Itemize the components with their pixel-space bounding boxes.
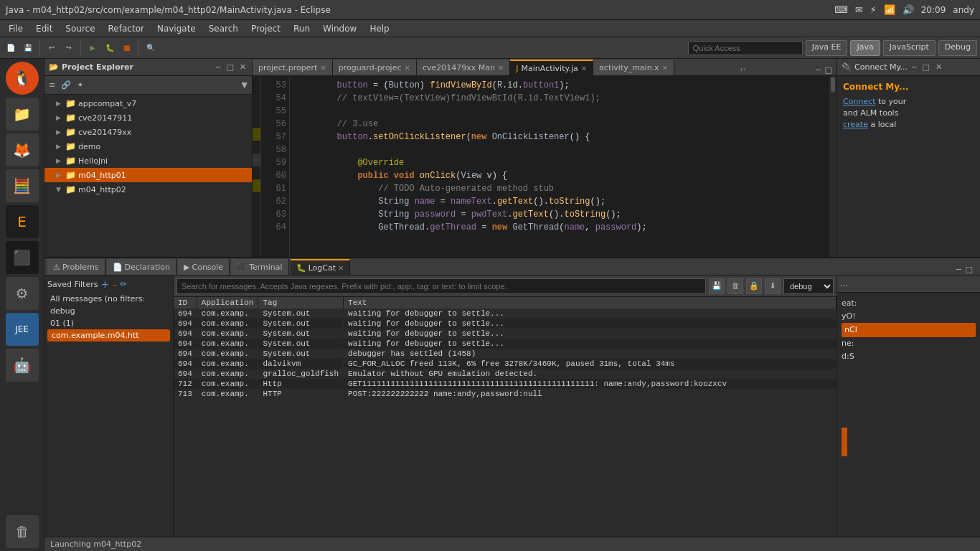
folder-icon: 📁 [65,98,76,108]
minimize-editor-btn[interactable]: ─ [814,65,822,75]
perspective-debug-btn[interactable]: Debug [938,40,977,56]
terminal-btn[interactable]: ⬛ [6,241,39,274]
menu-item-file[interactable]: File [3,22,29,35]
editor-main: project.propert ✕ proguard-projec ✕ cve2… [253,59,837,257]
tab-close-btn[interactable]: ✕ [581,65,587,72]
cell-app: com.examp. [197,339,258,349]
new-item-btn[interactable]: ✦ [75,80,85,90]
tab-cve-man[interactable]: cve201479xx Man ✕ [417,60,510,75]
filter-com-example[interactable]: com.example.m04.htt [47,329,170,342]
perspective-java-btn[interactable]: Java [850,40,880,56]
add-filter-btn[interactable]: + [100,278,109,290]
toolbar-run-btn[interactable]: ▶ [85,40,100,56]
tab-proguard[interactable]: proguard-projec ✕ [333,60,417,75]
ide-btn[interactable]: JEE [6,313,39,346]
menu-item-source[interactable]: Source [60,22,100,35]
calc-btn[interactable]: 🧮 [6,169,39,202]
toolbar-search-btn[interactable]: 🔍 [143,40,159,56]
eclipse-btn[interactable]: E [6,205,39,238]
tab-logcat[interactable]: 🐛 LogCat ✕ [291,259,351,275]
perspective-java-ee-btn[interactable]: Java EE [806,40,848,56]
right-panel-maximize[interactable]: □ [921,62,931,72]
explorer-content: ▶ 📁 appcompat_v7 ▶ 📁 cve20147911 ▶ 📁 cve… [44,95,252,257]
toolbar-save-btn[interactable]: 💾 [20,40,36,56]
menu-item-navigate[interactable]: Navigate [151,22,202,35]
menu-item-project[interactable]: Project [245,22,286,35]
logcat-close-btn[interactable]: ✕ [338,264,344,272]
remove-filter-btn[interactable]: – [112,278,117,290]
filter-all-messages[interactable]: All messages (no filters: [47,293,170,305]
log-level-select[interactable]: verbose debug debug info warn error [783,278,834,294]
mini-scrollbar-thumb[interactable] [842,428,847,456]
view-menu-btn[interactable]: ▼ [240,80,249,90]
scroll-end-btn[interactable]: ⬇ [765,278,781,294]
menu-item-window[interactable]: Window [317,22,362,35]
perspective-javascript-btn[interactable]: JavaScript [883,40,936,56]
code-content[interactable]: button = (Button) findViewById(R.id.butt… [290,76,829,257]
tab-console[interactable]: ▶ Console [178,259,230,275]
tree-item-hellojni[interactable]: ▶ 📁 HelloJni [44,154,252,168]
table-row: 694 com.examp. System.out waiting for de… [174,319,837,329]
toolbar-redo-btn[interactable]: ↪ [61,40,77,56]
filter-01[interactable]: 01 (1) [47,317,170,329]
menu-item-help[interactable]: Help [364,22,395,35]
tree-item-m04http01[interactable]: ▶ 📁 m04_http01 [44,168,252,182]
tab-problems[interactable]: ⚠ Problems [47,259,105,275]
bottom-panel-minimize[interactable]: ─ [955,264,963,275]
tab-close-btn[interactable]: ✕ [320,64,326,72]
toolbar-new-btn[interactable]: 📄 [3,40,19,56]
tree-item-cve7911[interactable]: ▶ 📁 cve20147911 [44,110,252,125]
tab-terminal[interactable]: ⬛ Terminal [231,259,289,275]
scroll-lock-btn[interactable]: 🔒 [746,278,762,294]
toolbar-debug-btn[interactable]: 🐛 [102,40,118,56]
save-log-btn[interactable]: 💾 [709,278,725,294]
editor-scrollbar[interactable] [829,76,837,257]
trash-btn[interactable]: 🗑 [6,515,39,548]
filter-debug[interactable]: debug [47,305,170,317]
tab-declaration[interactable]: 📄 Declaration [107,259,176,275]
create-link[interactable]: create [843,120,868,129]
right-panel-minimize[interactable]: ─ [910,62,918,72]
tree-item-appcompat[interactable]: ▶ 📁 appcompat_v7 [44,96,252,110]
code-line-62: String name = nameText.getText().toStrin… [296,195,824,208]
tab-mainactivity[interactable]: J MainActivity.ja ✕ [510,60,593,75]
edit-filter-btn[interactable]: ✏ [120,279,127,289]
project-explorer-minimize[interactable]: ─ [215,62,222,72]
right-panel-close[interactable]: ✕ [934,62,943,72]
maximize-editor-btn[interactable]: □ [824,65,834,75]
logcat-search-input[interactable] [176,278,706,294]
project-explorer-maximize[interactable]: □ [225,62,235,72]
tab-project-propert[interactable]: project.propert ✕ [253,60,333,75]
collapse-all-btn[interactable]: ≡ [47,80,57,90]
menu-item-edit[interactable]: Edit [30,22,58,35]
tab-close-btn[interactable]: ✕ [662,64,668,72]
tab-activity-main[interactable]: activity_main.x ✕ [593,60,674,75]
tab-close-btn[interactable]: ✕ [498,64,504,72]
clear-log-btn[interactable]: 🗑 [727,278,743,294]
menu-item-run[interactable]: Run [288,22,316,35]
android-btn[interactable]: 🤖 [6,349,39,382]
logcat-filters: Saved Filters + – ✏ All messages (no fil… [44,276,174,537]
tree-item-m04http02[interactable]: ▼ 📁 m04_http02 [44,182,252,197]
connect-link[interactable]: Connect [843,97,875,106]
tab-close-btn[interactable]: ✕ [405,64,410,72]
toolbar-stop-btn[interactable]: ■ [119,40,135,56]
bottom-panel-maximize[interactable]: □ [964,264,974,275]
logcat-table-container[interactable]: ID Application Tag Text 694 com.examp. S… [174,297,837,537]
link-editor-btn[interactable]: 🔗 [60,80,72,90]
line-number-display: ¹⁷ [737,67,748,75]
project-explorer-close[interactable]: ✕ [238,62,248,72]
ubuntu-logo[interactable]: 🐧 [6,62,39,95]
menu-item-search[interactable]: Search [203,22,244,35]
firefox-btn[interactable]: 🦊 [6,133,39,166]
scrollbar-thumb[interactable] [831,77,835,92]
menu-item-refactor[interactable]: Refactor [103,22,150,35]
tree-item-cve79xx[interactable]: ▶ 📁 cve201479xx [44,125,252,139]
toolbar-undo-btn[interactable]: ↩ [44,40,60,56]
mini-scrollbar[interactable] [842,370,847,485]
quick-access-input[interactable] [688,41,803,55]
files-btn[interactable]: 📁 [6,98,39,131]
settings-btn[interactable]: ⚙ [6,277,39,310]
tree-item-demo[interactable]: ▶ 📁 demo [44,139,252,154]
tab-label: project.propert [258,63,317,72]
